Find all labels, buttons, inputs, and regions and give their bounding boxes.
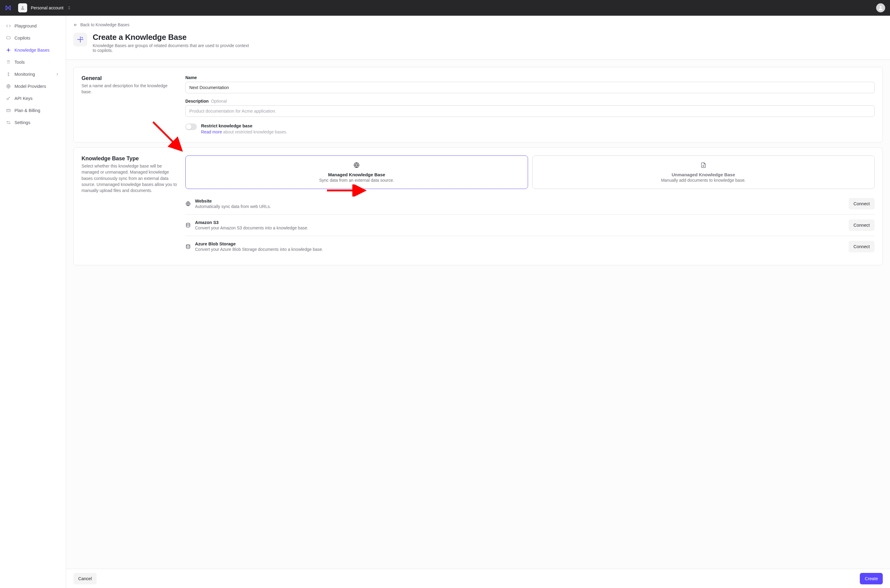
restrict-about: about restricted knowledge bases.: [223, 129, 287, 134]
section-desc: Set a name and description for the knowl…: [81, 83, 178, 95]
globe-icon: [185, 201, 191, 207]
chevron-right-icon: [55, 72, 60, 76]
kb-type-card: Knowledge Base Type Select whether this …: [74, 147, 883, 266]
account-avatar-icon: [18, 3, 27, 12]
svg-point-7: [7, 122, 8, 122]
key-icon: [6, 96, 11, 101]
description-label: Description Optional: [185, 99, 875, 104]
optional-badge: Optional: [211, 99, 227, 104]
connect-button[interactable]: Connect: [849, 198, 875, 210]
option-title: Unmanaged Knowledge Base: [538, 172, 869, 177]
content: General Set a name and description for t…: [66, 60, 890, 568]
cancel-button[interactable]: Cancel: [74, 573, 97, 584]
sidebar-item-label: Plan & Billing: [15, 108, 40, 113]
source-desc: Convert your Amazon S3 documents into a …: [195, 225, 844, 230]
source-row-azure: Azure Blob Storage Convert your Azure Bl…: [185, 236, 875, 257]
svg-rect-6: [7, 109, 10, 112]
monitoring-icon: [6, 72, 11, 76]
chat-icon: [6, 36, 11, 40]
sidebar-item-label: API Keys: [15, 96, 33, 101]
svg-rect-2: [7, 36, 10, 39]
svg-point-12: [186, 244, 190, 246]
read-more-link[interactable]: Read more: [201, 129, 222, 134]
svg-point-1: [880, 6, 881, 8]
source-desc: Automatically sync data from web URLs.: [195, 204, 844, 209]
sidebar-item-label: Playground: [15, 24, 36, 28]
source-title: Website: [195, 199, 844, 204]
sidebar-item-settings[interactable]: Settings: [3, 117, 63, 129]
settings-icon: [6, 120, 11, 125]
unmanaged-kb-option[interactable]: Unmanaged Knowledge Base Manually add do…: [532, 156, 875, 189]
source-title: Azure Blob Storage: [195, 242, 844, 246]
knowledge-base-icon: [6, 48, 11, 52]
account-label: Personal account: [31, 5, 63, 10]
topbar: Personal account: [0, 0, 890, 16]
chevron-up-down-icon: [67, 6, 71, 10]
tools-icon: [6, 60, 11, 64]
file-icon: [538, 162, 869, 168]
sidebar-item-billing[interactable]: Plan & Billing: [3, 105, 63, 117]
back-label: Back to Knowledge Bases: [80, 22, 129, 27]
page-subtitle: Knowledge Bases are groups of related do…: [93, 43, 250, 53]
svg-point-11: [186, 223, 190, 225]
connect-button[interactable]: Connect: [849, 241, 875, 252]
source-row-website: Website Automatically sync data from web…: [185, 193, 875, 214]
sidebar-item-monitoring[interactable]: Monitoring: [3, 68, 63, 80]
svg-point-5: [7, 98, 9, 100]
source-row-s3: Amazon S3 Convert your Amazon S3 documen…: [185, 214, 875, 236]
sidebar-item-label: Copilots: [15, 36, 30, 40]
sidebar-item-label: Monitoring: [15, 72, 35, 76]
managed-kb-option[interactable]: Managed Knowledge Base Sync data from an…: [185, 156, 528, 189]
sidebar-item-playground[interactable]: Playground: [3, 20, 63, 32]
name-input[interactable]: [185, 82, 875, 93]
source-desc: Convert your Azure Blob Storage document…: [195, 247, 844, 252]
billing-icon: [6, 108, 11, 113]
account-switcher[interactable]: Personal account: [16, 2, 74, 14]
arrow-left-icon: [74, 22, 78, 27]
svg-point-0: [22, 6, 23, 8]
providers-icon: [6, 84, 11, 89]
option-title: Managed Knowledge Base: [191, 172, 522, 177]
sidebar-item-label: Tools: [15, 60, 25, 64]
connect-button[interactable]: Connect: [849, 219, 875, 231]
description-input[interactable]: [185, 105, 875, 117]
sidebar-item-label: Knowledge Bases: [15, 48, 50, 52]
page-header: Back to Knowledge Bases Create a Knowled…: [66, 16, 890, 60]
main: Back to Knowledge Bases Create a Knowled…: [66, 16, 890, 588]
sidebar-item-copilots[interactable]: Copilots: [3, 32, 63, 44]
knowledge-base-icon: [74, 33, 87, 46]
storage-icon: [185, 244, 191, 249]
sidebar-item-model-providers[interactable]: Model Providers: [3, 80, 63, 92]
source-list: Website Automatically sync data from web…: [185, 193, 875, 257]
section-heading: Knowledge Base Type: [81, 156, 178, 162]
sidebar-item-knowledge-bases[interactable]: Knowledge Bases: [3, 44, 63, 56]
section-heading: General: [81, 75, 178, 81]
globe-icon: [191, 162, 522, 168]
sidebar: Playground Copilots Knowledge Bases Tool…: [0, 16, 66, 588]
name-label: Name: [185, 75, 875, 80]
general-card: General Set a name and description for t…: [74, 67, 883, 142]
restrict-title: Restrict knowledge base: [201, 123, 287, 128]
source-title: Amazon S3: [195, 220, 844, 225]
app-logo-icon: [5, 4, 12, 11]
sidebar-item-api-keys[interactable]: API Keys: [3, 92, 63, 105]
restrict-toggle[interactable]: [185, 123, 197, 130]
option-desc: Sync data from an external data source.: [191, 178, 522, 183]
code-icon: [6, 24, 11, 28]
option-desc: Manually add documents to knowledge base…: [538, 178, 869, 183]
create-button[interactable]: Create: [860, 573, 883, 584]
sidebar-item-label: Settings: [15, 120, 30, 125]
sidebar-item-tools[interactable]: Tools: [3, 56, 63, 68]
section-desc: Select whether this knowledge base will …: [81, 163, 178, 194]
svg-point-8: [9, 123, 10, 124]
back-link[interactable]: Back to Knowledge Bases: [74, 22, 129, 27]
user-avatar[interactable]: [876, 3, 885, 12]
storage-icon: [185, 222, 191, 228]
page-title: Create a Knowledge Base: [93, 33, 250, 42]
footer: Cancel Create: [66, 568, 890, 588]
sidebar-item-label: Model Providers: [15, 84, 46, 89]
